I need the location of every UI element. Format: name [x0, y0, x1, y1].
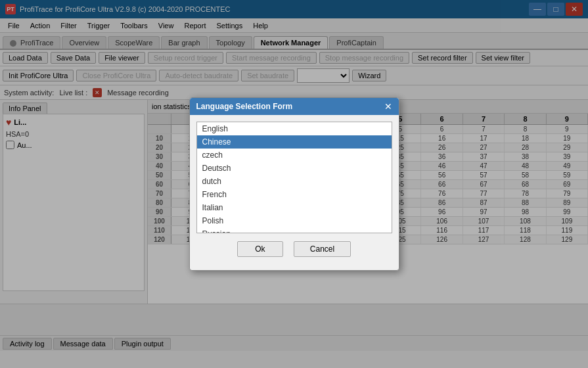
- language-dialog: Language Selection Form ✕ EnglishChinese…: [189, 97, 399, 271]
- dialog-buttons: Ok Cancel: [196, 241, 392, 264]
- dialog-body: EnglishChineseczechDeutschdutchFrenchIta…: [190, 115, 399, 270]
- language-item-3[interactable]: Deutsch: [197, 162, 392, 175]
- language-item-8[interactable]: Russian: [197, 227, 392, 233]
- dialog-close-button[interactable]: ✕: [384, 101, 392, 112]
- dialog-ok-button[interactable]: Ok: [237, 241, 283, 257]
- language-item-4[interactable]: dutch: [197, 175, 392, 188]
- modal-overlay: Language Selection Form ✕ EnglishChinese…: [0, 0, 588, 368]
- language-list[interactable]: EnglishChineseczechDeutschdutchFrenchIta…: [196, 122, 392, 233]
- language-item-1[interactable]: Chinese: [197, 135, 392, 149]
- language-item-6[interactable]: Italian: [197, 201, 392, 214]
- language-item-7[interactable]: Polish: [197, 214, 392, 227]
- dialog-cancel-button[interactable]: Cancel: [294, 241, 351, 257]
- language-item-0[interactable]: English: [197, 122, 392, 135]
- dialog-title: Language Selection Form: [196, 102, 293, 111]
- language-item-5[interactable]: French: [197, 188, 392, 201]
- dialog-titlebar: Language Selection Form ✕: [190, 98, 399, 115]
- language-item-2[interactable]: czech: [197, 149, 392, 162]
